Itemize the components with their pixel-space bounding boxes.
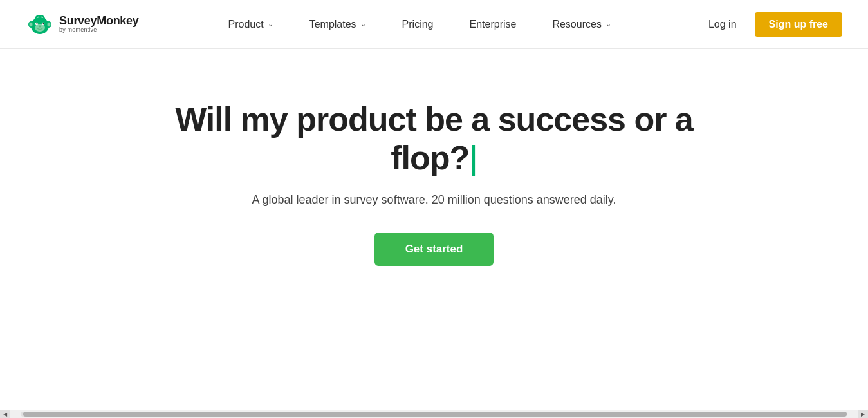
scrollbar-track[interactable]	[21, 412, 847, 417]
text-cursor: |	[469, 139, 477, 176]
nav-product-label: Product	[228, 19, 264, 30]
nav-enterprise-label: Enterprise	[469, 19, 516, 30]
nav-item-templates[interactable]: Templates ⌄	[291, 0, 384, 49]
hero-subtext: A global leader in survey software. 20 m…	[252, 193, 616, 207]
scroll-left-arrow[interactable]: ◀	[0, 410, 10, 418]
main-nav: Product ⌄ Templates ⌄ Pricing Enterprise…	[194, 0, 645, 49]
get-started-button[interactable]: Get started	[374, 233, 494, 266]
logo-brand-name: SurveyMonkey	[59, 15, 138, 28]
svg-point-3	[30, 22, 33, 26]
hero-headline: Will my product be a success or a flop?|	[145, 100, 724, 178]
logo-tagline: by momentive	[59, 27, 138, 33]
logo-text: SurveyMonkey by momentive	[59, 15, 138, 34]
header-actions: Log in Sign up free	[701, 12, 842, 37]
svg-point-10	[39, 25, 41, 27]
svg-point-9	[42, 23, 44, 24]
nav-resources-label: Resources	[552, 19, 601, 30]
nav-item-resources[interactable]: Resources ⌄	[534, 0, 629, 49]
product-chevron-icon: ⌄	[268, 20, 273, 28]
nav-templates-label: Templates	[309, 19, 356, 30]
login-button[interactable]: Log in	[701, 14, 744, 35]
nav-pricing-label: Pricing	[402, 19, 434, 30]
horizontal-scrollbar[interactable]: ◀ ▶	[0, 410, 868, 418]
nav-item-enterprise[interactable]: Enterprise	[451, 0, 534, 49]
scrollbar-thumb[interactable]	[23, 412, 847, 417]
scroll-right-arrow[interactable]: ▶	[858, 410, 868, 418]
templates-chevron-icon: ⌄	[360, 20, 366, 28]
logo-icon	[26, 10, 54, 39]
resources-chevron-icon: ⌄	[605, 20, 611, 28]
hero-section: Will my product be a success or a flop?|…	[0, 49, 868, 330]
signup-button[interactable]: Sign up free	[755, 12, 842, 37]
svg-point-4	[48, 22, 51, 26]
logo[interactable]: SurveyMonkey by momentive	[26, 10, 138, 39]
hero-headline-text: Will my product be a success or a flop?	[175, 100, 693, 176]
svg-point-8	[36, 23, 37, 24]
nav-item-product[interactable]: Product ⌄	[210, 0, 291, 49]
nav-item-pricing[interactable]: Pricing	[384, 0, 452, 49]
site-header: SurveyMonkey by momentive Product ⌄ Temp…	[0, 0, 868, 49]
